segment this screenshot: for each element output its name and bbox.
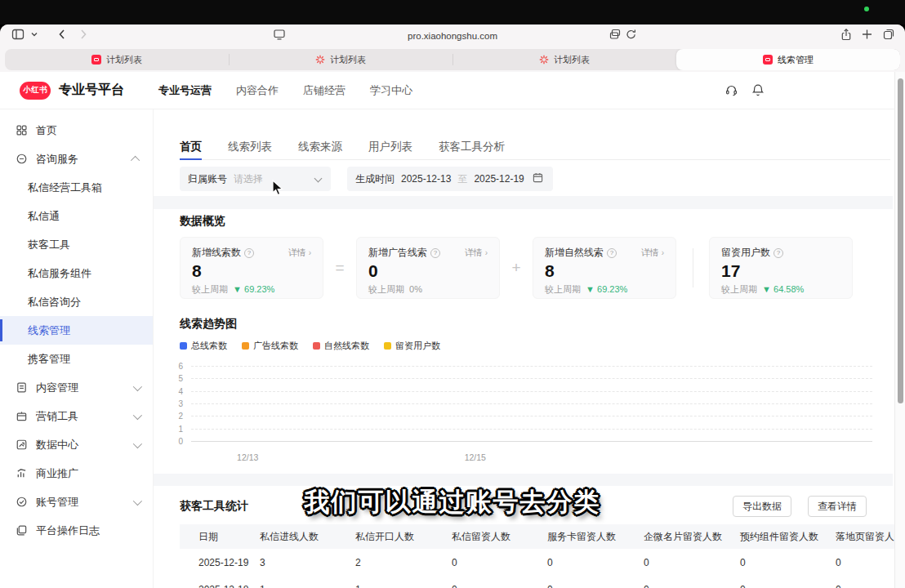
legend-organic-leads[interactable]: 自然线索数 (313, 340, 369, 352)
share-icon[interactable] (840, 28, 853, 42)
browser-toolbar: pro.xiaohongshu.com (0, 24, 905, 47)
date-from-value[interactable]: 2025-12-13 (401, 173, 451, 185)
stat-card-retained-users[interactable]: 留资用户数 17 较上周期 ▼ 64.58% (709, 237, 853, 299)
browser-tab-plan-list-2[interactable]: 计划列表 (229, 49, 452, 70)
new-tab-icon[interactable] (861, 28, 873, 41)
header-cell: 私信进线人数 (260, 530, 355, 544)
chart-legend: 总线索数 广告线索数 自然线索数 留资用户数 (180, 340, 440, 352)
card-title: 新增自然线索 (545, 246, 604, 260)
nav-content-cooperation[interactable]: 内容合作 (236, 83, 279, 98)
account-select[interactable]: 归属账号 请选择 (180, 167, 331, 191)
reload-icon[interactable] (625, 28, 637, 41)
sidebar-group-data-center[interactable]: 数据中心 (0, 430, 153, 459)
nav-shop-management[interactable]: 店铺经营 (303, 83, 346, 98)
card-value: 8 (545, 261, 664, 281)
question-icon[interactable] (607, 248, 617, 258)
tab-overview-icon[interactable] (882, 28, 895, 41)
sidebar-item-lead-management[interactable]: 线索管理 (0, 316, 153, 345)
video-caption: 我们可以通过账号去分类 (0, 485, 905, 519)
stat-card-new-leads[interactable]: 新增线索数 详情› 8 较上周期 ▼ 69.23% (180, 237, 323, 299)
xiaohongshu-logo: 小红书 (20, 82, 51, 100)
question-icon[interactable] (430, 248, 440, 258)
tab-home[interactable]: 首页 (180, 134, 202, 160)
sidebar-item-dm-service-components[interactable]: 私信服务组件 (0, 259, 153, 287)
chevron-down-icon (133, 439, 142, 448)
app-header: 小红书 专业号平台 专业号运营 内容合作 店铺经营 学习中心 (0, 72, 905, 109)
date-range-picker[interactable]: 生成时间 2025-12-13 至 2025-12-19 (347, 167, 553, 191)
support-headset-icon[interactable] (724, 83, 738, 97)
browser-tab-lead-management[interactable]: 线索管理 (676, 49, 900, 70)
legend-total-leads[interactable]: 总线索数 (180, 340, 227, 352)
sidebar-item-dm-toolbox[interactable]: 私信经营工具箱 (0, 173, 153, 202)
sidebar-item-platform-logs[interactable]: 平台操作日志 (0, 516, 153, 545)
sidebar-item-label: 私信经营工具箱 (28, 180, 102, 195)
stat-card-organic-leads[interactable]: 新增自然线索 详情› 8 较上周期 ▼ 69.23% (533, 237, 676, 299)
sidebar-item-home[interactable]: 首页 (0, 116, 153, 145)
detail-link[interactable]: 详情› (288, 247, 311, 259)
sidebar-item-dm-consult-score[interactable]: 私信咨询分 (0, 287, 153, 316)
legend-ad-leads[interactable]: 广告线索数 (242, 340, 298, 352)
table-cell: 1 (260, 584, 355, 588)
card-value: 8 (192, 261, 311, 281)
tab-label: 计划列表 (330, 54, 366, 66)
page-tabs: 首页 线索列表 线索来源 用户列表 获客工具分析 (180, 134, 890, 160)
date-to-value[interactable]: 2025-12-19 (474, 173, 524, 185)
question-icon[interactable] (773, 248, 783, 258)
tab-label: 计划列表 (554, 54, 590, 66)
tab-user-list[interactable]: 用户列表 (368, 134, 412, 159)
sidebar-item-lead-tools[interactable]: 获客工具 (0, 230, 153, 259)
sidebar-item-label: 首页 (36, 123, 57, 138)
sidebar-item-label: 携客管理 (28, 352, 70, 367)
address-bar[interactable]: pro.xiaohongshu.com (0, 24, 905, 47)
sidebar-item-dm-pass[interactable]: 私信通 (0, 202, 153, 230)
tab-group-icon[interactable] (609, 28, 622, 41)
screen: pro.xiaohongshu.com 计划列表 (0, 0, 905, 588)
table-cell: 0 (547, 557, 644, 568)
table-row: 2025-12-19 3 2 0 0 0 0 0 (180, 549, 905, 576)
scrollbar-thumb[interactable] (898, 78, 903, 403)
delta-value: ▼ 69.23% (586, 284, 627, 294)
chat-icon (15, 153, 28, 166)
date-range-label: 生成时间 (355, 172, 395, 186)
section-divider (154, 474, 893, 486)
nav-pro-operation[interactable]: 专业号运营 (158, 83, 212, 98)
table-cell: 0 (452, 557, 547, 568)
header-nav: 专业号运营 内容合作 店铺经营 学习中心 (158, 83, 412, 98)
detail-link[interactable]: 详情› (641, 247, 664, 259)
section-divider (154, 196, 893, 209)
sidebar-item-label: 私信咨询分 (28, 295, 81, 310)
sidebar-group-consult-service[interactable]: 咨询服务 (0, 145, 153, 173)
table-cell: 1 (355, 584, 452, 588)
tab-lead-list[interactable]: 线索列表 (228, 134, 272, 159)
question-icon[interactable] (244, 248, 254, 258)
header-cell: 私信开口人数 (355, 530, 452, 544)
table-cell: 0 (547, 584, 644, 588)
browser-tab-plan-list-1[interactable]: 计划列表 (5, 49, 229, 70)
table-cell: 3 (260, 557, 355, 568)
browser-tab-plan-list-3[interactable]: 计划列表 (452, 49, 676, 70)
recording-indicator-dot (864, 7, 869, 11)
table-cell: 2 (355, 557, 452, 568)
sidebar-group-marketing-tools[interactable]: 营销工具 (0, 402, 153, 430)
legend-retained-users[interactable]: 留资用户数 (384, 340, 440, 352)
bell-icon[interactable] (751, 83, 765, 97)
sidebar-item-label: 私信通 (28, 209, 60, 224)
sidebar-item-label: 商业推广 (36, 466, 78, 481)
sidebar-group-content-management[interactable]: 内容管理 (0, 373, 153, 402)
nav-learning-center[interactable]: 学习中心 (370, 83, 412, 98)
log-icon (15, 524, 28, 537)
sidebar-item-customer-management[interactable]: 携客管理 (0, 345, 153, 373)
tab-tool-analysis[interactable]: 获客工具分析 (439, 134, 505, 159)
table-cell: 0 (644, 557, 740, 568)
tab-lead-source[interactable]: 线索来源 (298, 134, 342, 159)
detail-link[interactable]: 详情› (465, 247, 488, 259)
sidebar-item-business-promotion[interactable]: 商业推广 (0, 459, 153, 488)
stat-card-ad-leads[interactable]: 新增广告线索 详情› 0 较上周期 0% (356, 237, 500, 299)
y-tick: 2 (178, 412, 183, 421)
table-row: 2025-12-18 1 1 0 0 0 0 0 (180, 576, 905, 588)
sidebar-item-label: 数据中心 (36, 438, 78, 452)
chevron-down-icon (314, 175, 323, 183)
xhs-favicon (91, 55, 101, 65)
card-compare: 较上周期 ▼ 64.58% (721, 283, 840, 296)
chevron-down-icon (133, 381, 142, 390)
